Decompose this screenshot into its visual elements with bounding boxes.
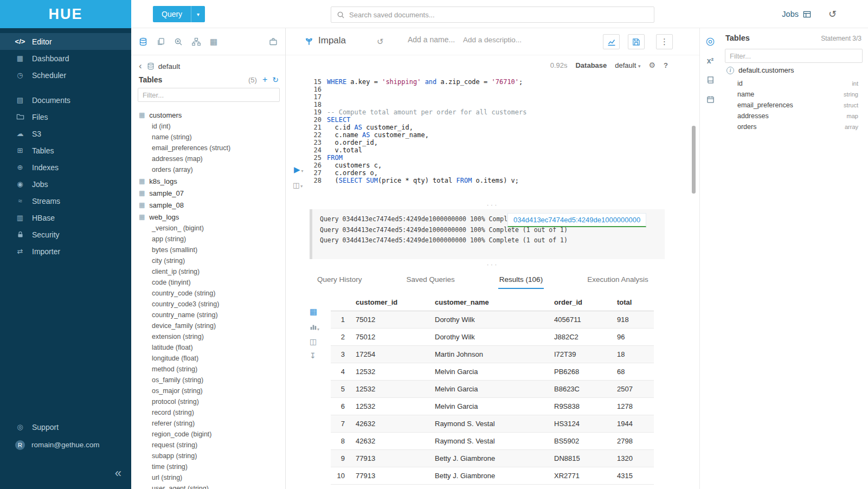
- columns-view-icon[interactable]: ◫: [310, 337, 317, 346]
- sidebar-item-security[interactable]: Security: [0, 226, 131, 243]
- grid-view-icon[interactable]: ▦: [310, 307, 317, 317]
- result-row[interactable]: 612532Melvin GarciaR9S8381278: [331, 398, 654, 415]
- sitemap-icon[interactable]: [192, 37, 201, 46]
- sidebar-item-support[interactable]: ◎ Support: [0, 419, 131, 435]
- table-item[interactable]: ▦web_logs: [131, 211, 285, 223]
- active-table-item[interactable]: i default.customers: [726, 66, 794, 74]
- schedule-calendar-icon[interactable]: [700, 95, 721, 106]
- column-item[interactable]: client_ip (string): [131, 266, 285, 277]
- result-row[interactable]: 317254Martin JohnsonI72T3918: [331, 346, 654, 363]
- snippet-history-icon[interactable]: ↺: [377, 37, 384, 47]
- sidebar-item-editor[interactable]: </>Editor: [0, 33, 131, 50]
- column-item[interactable]: request (string): [131, 440, 285, 451]
- sidebar-item-indexes[interactable]: ⊕Indexes: [0, 159, 131, 176]
- databases-icon[interactable]: [139, 37, 147, 46]
- column-item[interactable]: latitude (float): [131, 342, 285, 353]
- column-item[interactable]: idint: [737, 78, 858, 89]
- help-icon[interactable]: ?: [664, 61, 668, 69]
- documents-icon[interactable]: [157, 37, 165, 46]
- sql-editor[interactable]: 1516171819202122232425262728 WHERE a.key…: [286, 75, 699, 197]
- new-query-button[interactable]: Query ▾: [153, 6, 205, 22]
- result-row[interactable]: 512532Melvin GarciaB8623C2507: [331, 381, 654, 398]
- tab-execution-analysis[interactable]: Execution Analysis: [586, 270, 650, 289]
- result-row[interactable]: 412532Melvin GarciaPB626868: [331, 363, 654, 381]
- column-item[interactable]: orders (array): [131, 164, 285, 175]
- sidebar-item-streams[interactable]: ≈Streams: [0, 192, 131, 209]
- column-item[interactable]: longitude (float): [131, 353, 285, 364]
- column-item[interactable]: addressesmap: [737, 111, 858, 121]
- resize-handle[interactable]: ···: [286, 203, 699, 208]
- column-item[interactable]: os_major (string): [131, 385, 285, 396]
- column-item[interactable]: country_name (string): [131, 310, 285, 320]
- save-button[interactable]: [628, 34, 645, 49]
- sidebar-item-importer[interactable]: ⇄Importer: [0, 243, 131, 260]
- column-item[interactable]: device_family (string): [131, 320, 285, 331]
- table-item[interactable]: ▦k8s_logs: [131, 175, 285, 187]
- download-icon[interactable]: ↧: [310, 351, 316, 360]
- database-select[interactable]: default ▾: [615, 61, 640, 69]
- query-description-input[interactable]: [463, 36, 524, 44]
- table-filter-input[interactable]: [138, 88, 280, 102]
- column-item[interactable]: addresses (map): [131, 153, 285, 164]
- add-snippet-button[interactable]: ◫▾: [293, 181, 303, 189]
- sidebar-item-scheduler[interactable]: ◷Scheduler: [0, 67, 131, 83]
- sidebar-user[interactable]: R romain@gethue.com: [0, 436, 131, 453]
- column-item[interactable]: namestring: [737, 89, 858, 100]
- column-item[interactable]: time (string): [131, 461, 285, 472]
- column-item[interactable]: id (int): [131, 121, 285, 132]
- assist-compass-icon[interactable]: ◎: [700, 35, 721, 47]
- column-item[interactable]: country_code (string): [131, 288, 285, 299]
- search-plus-icon[interactable]: [174, 37, 183, 46]
- hue-logo[interactable]: HUE: [0, 0, 131, 28]
- result-row[interactable]: 275012Dorothy WilkJ882C296: [331, 329, 654, 346]
- result-row[interactable]: 742632Raymond S. VestalHS31241944: [331, 415, 654, 433]
- column-item[interactable]: city (string): [131, 255, 285, 266]
- sidebar-collapse-button[interactable]: «: [115, 466, 121, 480]
- column-item[interactable]: country_code3 (string): [131, 299, 285, 310]
- settings-gear-icon[interactable]: ⚙: [648, 61, 655, 69]
- jobs-link[interactable]: Jobs: [782, 0, 811, 28]
- sidebar-item-tables[interactable]: ⊞Tables: [0, 142, 131, 159]
- code-lines[interactable]: WHERE a.key = 'shipping' and a.zip_code …: [327, 78, 687, 184]
- chart-view-icon[interactable]: ▾: [310, 323, 319, 333]
- result-row[interactable]: 175012Dorothy Wilk4056711918: [331, 311, 654, 329]
- collections-bag-icon[interactable]: [269, 37, 278, 46]
- column-item[interactable]: subapp (string): [131, 451, 285, 461]
- column-item[interactable]: _version_ (bigint): [131, 223, 285, 234]
- column-item[interactable]: app (string): [131, 234, 285, 244]
- column-item[interactable]: os_family (string): [131, 375, 285, 385]
- table-item[interactable]: ▦sample_08: [131, 199, 285, 211]
- column-item[interactable]: protocol (string): [131, 396, 285, 407]
- result-row[interactable]: 1077913Betty J. GiambroneXR27714315: [331, 467, 654, 485]
- column-item[interactable]: email_preferencesstruct: [737, 100, 858, 111]
- result-row[interactable]: 842632Raymond S. VestalBS59022798: [331, 433, 654, 450]
- query-history-button[interactable]: ↺: [828, 0, 837, 28]
- tab-results-106-[interactable]: Results (106): [498, 270, 544, 289]
- editor-scrollbar[interactable]: [692, 126, 696, 194]
- column-item[interactable]: method (string): [131, 364, 285, 375]
- column-item[interactable]: referer (string): [131, 418, 285, 429]
- chevron-down-icon[interactable]: ▾: [191, 6, 205, 22]
- sidebar-item-files[interactable]: Files: [0, 108, 131, 125]
- sidebar-item-dashboard[interactable]: ▦Dashboard: [0, 50, 131, 67]
- refresh-icon[interactable]: ↻: [272, 75, 279, 84]
- job-id-tooltip[interactable]: 034d413ec7474ed5:4249de1000000000: [507, 213, 646, 227]
- resize-handle[interactable]: ···: [286, 262, 699, 268]
- sidebar-item-s3[interactable]: ☁S3: [0, 125, 131, 142]
- column-item[interactable]: ordersarray: [737, 121, 858, 132]
- apps-grid-icon[interactable]: ▦: [210, 37, 217, 47]
- right-filter-input[interactable]: [725, 49, 863, 63]
- tab-query-history[interactable]: Query History: [316, 270, 363, 289]
- column-item[interactable]: extension (string): [131, 331, 285, 342]
- functions-icon[interactable]: x²: [700, 56, 721, 65]
- execute-button[interactable]: ▶▾: [294, 165, 304, 175]
- info-icon[interactable]: i: [726, 67, 734, 74]
- table-item[interactable]: ▦customers: [131, 109, 285, 121]
- add-table-icon[interactable]: +: [262, 75, 267, 85]
- column-item[interactable]: record (string): [131, 407, 285, 418]
- sidebar-item-documents[interactable]: ▤Documents: [0, 92, 131, 108]
- tab-saved-queries[interactable]: Saved Queries: [406, 270, 456, 289]
- more-options-button[interactable]: ⋮: [656, 34, 673, 49]
- query-name-input[interactable]: [408, 35, 458, 44]
- column-item[interactable]: region_code (bigint): [131, 429, 285, 440]
